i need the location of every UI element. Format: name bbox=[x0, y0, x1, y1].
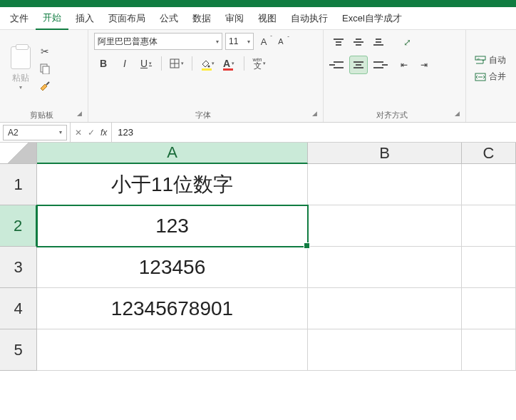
phonetic-button[interactable]: wén文 bbox=[250, 54, 269, 73]
cut-icon[interactable]: ✂ bbox=[38, 45, 51, 58]
column-headers: ABC bbox=[37, 143, 516, 164]
alignment-launcher-icon[interactable]: ◢ bbox=[455, 110, 460, 117]
font-family-value: 阿里巴巴普惠体 bbox=[98, 36, 158, 48]
svg-rect-1 bbox=[43, 66, 49, 74]
menu-item-2[interactable]: 插入 bbox=[68, 8, 101, 29]
cell-A5[interactable] bbox=[37, 329, 308, 371]
cell-C1[interactable] bbox=[462, 164, 516, 205]
menu-bar: 文件开始插入页面布局公式数据审阅视图自动执行Excel自学成才 bbox=[0, 7, 516, 30]
clipboard-group-label: 剪贴板 bbox=[30, 111, 53, 119]
column-header-C[interactable]: C bbox=[462, 143, 516, 164]
cell-B2[interactable] bbox=[308, 205, 462, 247]
decrease-font-icon[interactable]: Aˇ bbox=[274, 37, 288, 46]
cell-A1[interactable]: 小于11位数字 bbox=[37, 164, 308, 205]
font-size-value: 11 bbox=[229, 36, 238, 46]
row-header-5[interactable]: 5 bbox=[0, 329, 37, 371]
italic-button[interactable]: I bbox=[115, 54, 134, 73]
align-top-button[interactable] bbox=[329, 33, 348, 51]
increase-indent-button[interactable]: ⇥ bbox=[415, 56, 433, 74]
decrease-indent-button[interactable]: ⇤ bbox=[395, 56, 413, 74]
copy-icon[interactable] bbox=[38, 62, 51, 75]
wrap-icon: ab bbox=[475, 55, 486, 66]
svg-line-2 bbox=[46, 82, 49, 85]
font-size-select[interactable]: 11▾ bbox=[225, 33, 254, 50]
align-left-button[interactable] bbox=[329, 56, 348, 74]
format-painter-icon[interactable] bbox=[38, 79, 51, 92]
row-header-2[interactable]: 2 bbox=[0, 205, 37, 247]
row-header-4[interactable]: 4 bbox=[0, 288, 37, 329]
font-color-button[interactable]: A bbox=[220, 54, 238, 73]
svg-point-6 bbox=[208, 66, 210, 68]
ribbon-group-font: 阿里巴巴普惠体▾ 11▾ Aˆ Aˇ B I U A bbox=[88, 30, 324, 122]
menu-item-4[interactable]: 公式 bbox=[153, 8, 185, 29]
ribbon-group-extra: ab 自动 合并 bbox=[466, 30, 516, 122]
increase-font-icon[interactable]: Aˆ bbox=[257, 36, 271, 47]
svg-text:ab: ab bbox=[477, 56, 480, 60]
cell-B4[interactable] bbox=[308, 288, 462, 329]
column-header-B[interactable]: B bbox=[308, 143, 462, 164]
cell-C4[interactable] bbox=[462, 288, 516, 329]
cell-C2[interactable] bbox=[462, 205, 516, 247]
underline-button[interactable]: U bbox=[137, 54, 155, 73]
spreadsheet-grid: ABC 1小于11位数字212331234564123456789015 bbox=[0, 143, 516, 371]
column-header-A[interactable]: A bbox=[37, 143, 308, 164]
menu-item-6[interactable]: 审阅 bbox=[218, 8, 251, 29]
row-header-3[interactable]: 3 bbox=[0, 247, 37, 288]
clipboard-icon bbox=[11, 46, 31, 69]
menu-item-8[interactable]: 自动执行 bbox=[284, 8, 335, 29]
cell-A3[interactable]: 123456 bbox=[37, 247, 308, 288]
fx-icon[interactable]: fx bbox=[100, 128, 107, 138]
menu-item-0[interactable]: 文件 bbox=[3, 8, 36, 29]
bold-button[interactable]: B bbox=[94, 54, 113, 73]
cell-B1[interactable] bbox=[308, 164, 462, 205]
menu-item-3[interactable]: 页面布局 bbox=[101, 8, 153, 29]
paste-button[interactable]: 粘贴 ▾ bbox=[6, 33, 36, 104]
clipboard-launcher-icon[interactable]: ◢ bbox=[77, 110, 82, 117]
align-bottom-button[interactable] bbox=[369, 33, 388, 51]
cell-A2[interactable]: 123 bbox=[37, 205, 308, 247]
formula-bar: A2▾ ✕ ✓ fx 123 bbox=[0, 123, 516, 143]
confirm-icon[interactable]: ✓ bbox=[88, 128, 95, 138]
ribbon: 粘贴 ▾ ✂ 剪贴板◢ 阿里巴巴普惠体▾ 11▾ Aˆ Aˇ bbox=[0, 30, 516, 123]
wrap-text-button[interactable]: ab 自动 bbox=[475, 54, 510, 66]
merge-label: 合并 bbox=[489, 71, 506, 83]
menu-item-5[interactable]: 数据 bbox=[185, 8, 218, 29]
paste-label: 粘贴 bbox=[12, 72, 29, 84]
name-box[interactable]: A2▾ bbox=[3, 125, 67, 140]
ribbon-group-alignment: ⤢ ⇤ ⇥ 对齐方式◢ bbox=[324, 30, 466, 122]
menu-item-9[interactable]: Excel自学成才 bbox=[335, 8, 409, 29]
select-all-corner[interactable] bbox=[0, 143, 37, 164]
merge-icon bbox=[475, 71, 486, 83]
ribbon-group-clipboard: 粘贴 ▾ ✂ 剪贴板◢ bbox=[0, 30, 88, 122]
wrap-label: 自动 bbox=[489, 54, 506, 66]
orientation-button[interactable]: ⤢ bbox=[395, 33, 419, 51]
fill-color-button[interactable] bbox=[198, 54, 217, 73]
formula-input[interactable]: 123 bbox=[112, 127, 516, 138]
border-button[interactable] bbox=[167, 54, 186, 73]
cell-A4[interactable]: 12345678901 bbox=[37, 288, 308, 329]
cell-B3[interactable] bbox=[308, 247, 462, 288]
menu-item-1[interactable]: 开始 bbox=[36, 7, 68, 30]
menu-item-7[interactable]: 视图 bbox=[251, 8, 284, 29]
name-box-value: A2 bbox=[8, 128, 19, 138]
align-center-button[interactable] bbox=[349, 56, 368, 74]
grid-rows: 1小于11位数字212331234564123456789015 bbox=[0, 164, 516, 371]
alignment-group-label: 对齐方式 bbox=[376, 111, 408, 119]
title-bar bbox=[0, 0, 516, 7]
cell-C5[interactable] bbox=[462, 329, 516, 371]
formula-controls: ✕ ✓ fx bbox=[70, 123, 112, 142]
merge-button[interactable]: 合并 bbox=[475, 71, 510, 83]
align-right-button[interactable] bbox=[369, 56, 388, 74]
font-group-label: 字体 bbox=[195, 111, 211, 119]
row-header-1[interactable]: 1 bbox=[0, 164, 37, 205]
cell-C3[interactable] bbox=[462, 247, 516, 288]
font-family-select[interactable]: 阿里巴巴普惠体▾ bbox=[94, 33, 222, 50]
cell-B5[interactable] bbox=[308, 329, 462, 371]
cancel-icon[interactable]: ✕ bbox=[75, 128, 82, 138]
font-launcher-icon[interactable]: ◢ bbox=[312, 110, 317, 117]
align-middle-button[interactable] bbox=[349, 33, 368, 51]
